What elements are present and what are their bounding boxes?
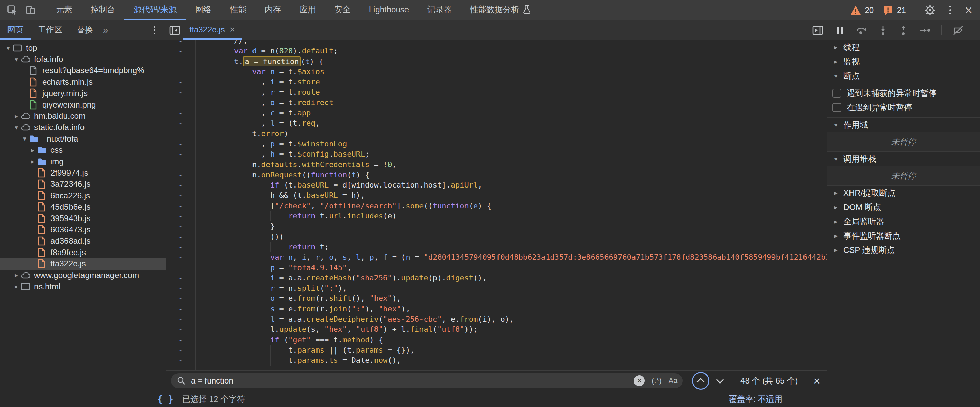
settings-gear-icon[interactable] — [924, 5, 936, 16]
more-navigator-tabs-icon[interactable]: » — [100, 21, 112, 40]
tree-item-static.fofa.info[interactable]: ▾static.fofa.info — [0, 122, 165, 133]
code-line[interactable]: o = e.from(r.shift(), "hex"), — [196, 293, 827, 304]
code-line[interactable]: , o = t.redirect — [196, 98, 827, 108]
tree-item-www.googletagmanager.com[interactable]: ▸www.googletagmanager.com — [0, 269, 165, 281]
gutter-line-mark[interactable]: - — [165, 190, 195, 200]
sidebar-section-xhr-breakpoints[interactable]: ▸XHR/提取断点 — [827, 186, 980, 200]
deactivate-breakpoints-icon[interactable] — [953, 25, 964, 35]
tree-item-ffa322e.js[interactable]: ffa322e.js — [0, 258, 165, 269]
code-line[interactable]: n.defaults.withCredentials = !0, — [196, 160, 827, 170]
gutter-line-mark[interactable]: - — [165, 108, 195, 118]
tree-item-hm.baidu.com[interactable]: ▸hm.baidu.com — [0, 110, 165, 122]
gutter-line-mark[interactable]: - — [165, 77, 195, 87]
regex-toggle[interactable]: (.*) — [652, 376, 662, 385]
tree-item-resultqbase64bmdpbng[interactable]: result?qbase64=bmdpbng% — [0, 65, 165, 76]
code-line[interactable]: return t; — [196, 242, 827, 252]
tree-item-echarts.min.js[interactable]: echarts.min.js — [0, 76, 165, 87]
navigator-tab-page[interactable]: 网页 — [0, 21, 31, 40]
step-over-icon[interactable] — [856, 25, 867, 35]
gutter-line-mark[interactable]: - — [165, 160, 195, 170]
code-line[interactable]: return t.url.includes(e) — [196, 211, 827, 221]
code-line[interactable]: if (t.baseURL = d[window.location.host].… — [196, 180, 827, 190]
more-options-menu-icon[interactable] — [945, 6, 956, 14]
tree-item-css[interactable]: ▸css — [0, 145, 165, 156]
tab-elements[interactable]: 元素 — [47, 0, 81, 20]
gutter-line-mark[interactable]: - — [165, 128, 195, 139]
gutter-line-mark[interactable]: - — [165, 67, 195, 77]
code-line[interactable]: var n, i, r, o, s, l, p, f = (n = "d2804… — [196, 252, 827, 262]
gutter-line-mark[interactable]: - — [165, 180, 195, 190]
chevron-down-icon[interactable]: ▾ — [12, 124, 21, 131]
match-case-toggle[interactable]: Aa — [668, 376, 678, 385]
code-line[interactable]: var d = n(820).default; — [196, 46, 827, 56]
gutter-line-mark[interactable]: - — [165, 355, 195, 366]
code-line[interactable]: t.params.ts = Date.now(), — [196, 355, 827, 366]
gutter-line-mark[interactable]: - — [165, 46, 195, 56]
code-line[interactable]: p = "fofa4.9.145", — [196, 263, 827, 273]
gutter-line-mark[interactable]: - — [165, 293, 195, 304]
tree-item-f8a9fee.js[interactable]: f8a9fee.js — [0, 247, 165, 258]
tree-item-fofa.info[interactable]: ▾fofa.info — [0, 54, 165, 65]
tab-memory[interactable]: 内存 — [256, 0, 290, 20]
sidebar-section-scope[interactable]: ▾作用域 — [827, 118, 980, 132]
hide-navigator-icon[interactable] — [169, 25, 181, 36]
tab-performance-insights[interactable]: 性能数据分析 — [461, 0, 540, 20]
chevron-down-icon[interactable]: ▾ — [21, 135, 29, 143]
tree-item-6036473.js[interactable]: 6036473.js — [0, 224, 165, 235]
issues-badge[interactable]: 21 — [883, 5, 906, 16]
chevron-down-icon[interactable]: ▾ — [12, 55, 21, 63]
gutter-line-mark[interactable]: - — [165, 57, 195, 67]
chevron-right-icon[interactable]: ▸ — [29, 146, 37, 154]
gutter-line-mark[interactable]: - — [165, 304, 195, 314]
step-icon[interactable] — [919, 25, 931, 35]
tree-item-ns.html[interactable]: ▸ns.html — [0, 281, 165, 292]
sidebar-section-watch[interactable]: ▸监视 — [827, 54, 980, 69]
tree-item-qiyeweixin.png[interactable]: qiyeweixin.png — [0, 99, 165, 110]
gutter-line-mark[interactable]: - — [165, 221, 195, 231]
navigator-tab-overrides[interactable]: 替换 — [70, 21, 100, 40]
next-match-button[interactable] — [711, 372, 729, 390]
tree-item-_nuxtfofa[interactable]: ▾_nuxt/fofa — [0, 133, 165, 144]
tab-sources[interactable]: 源代码/来源 — [124, 0, 186, 20]
code-line[interactable]: l.update(s, "hex", "utf8") + l.final("ut… — [196, 324, 827, 334]
gutter-line-mark[interactable]: - — [165, 40, 195, 46]
gutter-line-mark[interactable]: - — [165, 324, 195, 334]
tree-item-img[interactable]: ▸img — [0, 156, 165, 167]
gutter-line-mark[interactable]: - — [165, 283, 195, 293]
gutter-line-mark[interactable]: - — [165, 345, 195, 355]
code-line[interactable]: t.error) — [196, 128, 827, 139]
code-line[interactable]: ))) — [196, 232, 827, 242]
code-line[interactable]: ["/check", "/offline/search"].some((func… — [196, 201, 827, 211]
close-search-icon[interactable]: × — [813, 375, 820, 386]
code-line[interactable]: r = n.split(":"), — [196, 283, 827, 293]
code-area[interactable]: -------------------------------- //, var… — [165, 40, 827, 370]
pause-script-icon[interactable] — [835, 25, 845, 35]
gutter-line-mark[interactable]: - — [165, 149, 195, 159]
code-line[interactable]: if ("get" === t.method) { — [196, 335, 827, 345]
editor-tab-ffa322e[interactable]: ffa322e.js × — [183, 21, 242, 40]
tree-item-45d5b6e.js[interactable]: 45d5b6e.js — [0, 201, 165, 212]
tab-performance[interactable]: 性能 — [221, 0, 256, 20]
sidebar-section-breakpoints[interactable]: ▾断点 — [827, 69, 980, 83]
navigator-divider[interactable] — [165, 21, 166, 390]
tree-item-top[interactable]: ▾top — [0, 42, 165, 54]
tree-item-395943b.js[interactable]: 395943b.js — [0, 213, 165, 224]
pretty-print-icon[interactable]: { } — [158, 394, 173, 404]
code-line[interactable]: //, — [196, 40, 827, 46]
tree-item-jquery.min.js[interactable]: jquery.min.js — [0, 88, 165, 99]
gutter-line-mark[interactable]: - — [165, 201, 195, 211]
close-tab-icon[interactable]: × — [230, 24, 235, 35]
code-line[interactable]: l = a.a.createDecipheriv("aes-256-cbc", … — [196, 314, 827, 324]
tree-item-2f99974.js[interactable]: 2f99974.js — [0, 167, 165, 178]
sidebar-section-dom-breakpoints[interactable]: ▸DOM 断点 — [827, 200, 980, 214]
gutter-line-mark[interactable]: - — [165, 139, 195, 149]
exception-option-row[interactable]: 在遇到异常时暂停 — [827, 100, 980, 115]
step-into-icon[interactable] — [878, 25, 888, 36]
code-line[interactable]: t.params || (t.params = {}), — [196, 345, 827, 355]
sidebar-section-csp-breakpoints[interactable]: ▸CSP 违规断点 — [827, 243, 980, 257]
gutter-line-mark[interactable]: - — [165, 98, 195, 108]
code-line[interactable]: , i = t.store — [196, 77, 827, 87]
gutter-line-mark[interactable]: - — [165, 118, 195, 128]
gutter-line-mark[interactable]: - — [165, 335, 195, 345]
gutter-line-mark[interactable]: - — [165, 232, 195, 242]
